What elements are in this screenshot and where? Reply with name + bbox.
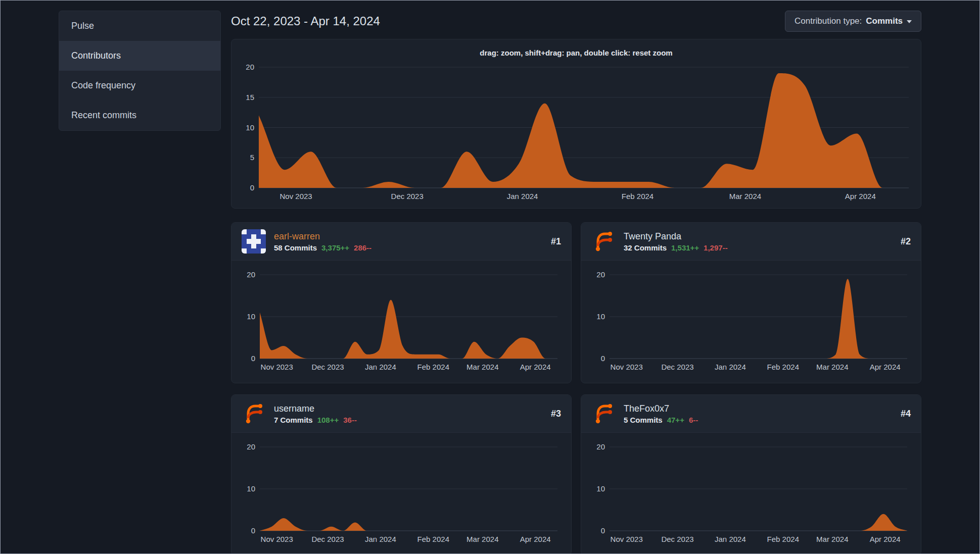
contributor-stats: 32 Commits 1,531++ 1,297--	[624, 243, 728, 252]
svg-text:Mar 2024: Mar 2024	[816, 535, 848, 543]
sidebar-item-code-frequency[interactable]: Code frequency	[59, 71, 220, 100]
svg-text:Jan 2024: Jan 2024	[715, 363, 746, 371]
svg-text:20: 20	[246, 63, 254, 71]
svg-text:10: 10	[247, 484, 255, 493]
svg-text:Nov 2023: Nov 2023	[611, 363, 643, 371]
deletions-count: 1,297--	[704, 243, 728, 252]
sidebar: Pulse Contributors Code frequency Recent…	[59, 11, 221, 553]
contributor-avatar[interactable]	[591, 401, 616, 426]
contributor-chart[interactable]: 01020Nov 2023Dec 2023Jan 2024Feb 2024Mar…	[581, 261, 921, 381]
svg-text:Nov 2023: Nov 2023	[261, 535, 293, 543]
additions-count: 1,531++	[671, 243, 699, 252]
svg-text:0: 0	[251, 526, 255, 535]
contributor-meta: TheFox0x7 5 Commits 47++ 6--	[624, 404, 698, 424]
svg-text:Apr 2024: Apr 2024	[520, 535, 551, 543]
svg-text:20: 20	[596, 270, 605, 279]
sidebar-item-recent-commits[interactable]: Recent commits	[59, 100, 220, 130]
svg-text:10: 10	[596, 484, 605, 493]
svg-text:20: 20	[247, 270, 255, 279]
contributor-chart[interactable]: 01020Nov 2023Dec 2023Jan 2024Feb 2024Mar…	[231, 433, 571, 553]
deletions-count: 36--	[343, 416, 357, 424]
contributor-cards: earl-warren 58 Commits 3,375++ 286-- #1 …	[231, 222, 921, 554]
svg-text:20: 20	[596, 442, 605, 451]
commit-count: 32 Commits	[624, 243, 667, 252]
svg-text:Apr 2024: Apr 2024	[870, 535, 901, 543]
svg-text:Feb 2024: Feb 2024	[417, 363, 449, 371]
forgejo-logo-icon	[591, 401, 616, 426]
contributor-name[interactable]: TheFox0x7	[624, 404, 698, 414]
svg-text:0: 0	[251, 354, 255, 363]
activity-page: Pulse Contributors Code frequency Recent…	[0, 0, 980, 554]
svg-text:Feb 2024: Feb 2024	[417, 535, 449, 543]
commit-count: 5 Commits	[624, 416, 663, 424]
contributor-chart[interactable]: 01020Nov 2023Dec 2023Jan 2024Feb 2024Mar…	[231, 261, 571, 381]
contributor-card: username 7 Commits 108++ 36-- #3 01020No…	[231, 394, 572, 554]
identicon-avatar-image	[242, 229, 266, 254]
date-range: Oct 22, 2023 - Apr 14, 2024	[231, 14, 380, 28]
svg-text:Apr 2024: Apr 2024	[520, 363, 551, 371]
sidebar-item-contributors[interactable]: Contributors	[59, 41, 220, 71]
contributor-meta: earl-warren 58 Commits 3,375++ 286--	[274, 231, 371, 252]
svg-text:Mar 2024: Mar 2024	[466, 363, 498, 371]
contributor-chart[interactable]: 01020Nov 2023Dec 2023Jan 2024Feb 2024Mar…	[581, 433, 921, 553]
svg-text:Nov 2023: Nov 2023	[261, 363, 293, 371]
svg-text:0: 0	[601, 526, 605, 535]
additions-count: 3,375++	[321, 243, 349, 252]
svg-text:5: 5	[250, 153, 254, 162]
contributor-avatar[interactable]	[242, 229, 266, 254]
contributor-card: Twenty Panda 32 Commits 1,531++ 1,297-- …	[581, 222, 921, 383]
svg-text:10: 10	[247, 312, 255, 321]
commit-count: 58 Commits	[274, 243, 317, 252]
svg-text:Mar 2024: Mar 2024	[816, 363, 848, 371]
svg-text:Mar 2024: Mar 2024	[729, 192, 761, 200]
forgejo-logo-icon	[591, 229, 616, 254]
overall-activity-chart[interactable]: 05101520Nov 2023Dec 2023Jan 2024Feb 2024…	[239, 59, 914, 203]
chart-zoom-hint: drag: zoom, shift+drag: pan, double clic…	[239, 48, 914, 57]
contributor-avatar[interactable]	[242, 401, 266, 426]
svg-text:0: 0	[250, 183, 254, 192]
contribution-type-dropdown[interactable]: Contribution type: Commits	[785, 11, 921, 32]
sidebar-item-label: Recent commits	[71, 110, 136, 121]
svg-text:Jan 2024: Jan 2024	[507, 192, 538, 200]
svg-text:Dec 2023: Dec 2023	[311, 363, 344, 371]
activity-menu: Pulse Contributors Code frequency Recent…	[59, 11, 221, 131]
contributor-name[interactable]: Twenty Panda	[624, 231, 728, 242]
svg-text:Jan 2024: Jan 2024	[715, 535, 746, 543]
svg-text:Dec 2023: Dec 2023	[661, 363, 693, 371]
sidebar-item-label: Pulse	[71, 21, 94, 31]
contributor-card-header: TheFox0x7 5 Commits 47++ 6-- #4	[581, 395, 921, 433]
contributor-rank: #2	[901, 236, 911, 247]
contributor-rank: #1	[551, 236, 561, 247]
deletions-count: 286--	[354, 243, 371, 252]
commit-count: 7 Commits	[274, 416, 313, 424]
main-content: Oct 22, 2023 - Apr 14, 2024 Contribution…	[231, 11, 921, 553]
sidebar-item-label: Code frequency	[71, 80, 135, 91]
svg-text:Feb 2024: Feb 2024	[767, 535, 799, 543]
svg-text:0: 0	[601, 354, 605, 363]
contributor-meta: username 7 Commits 108++ 36--	[274, 404, 357, 424]
svg-text:Jan 2024: Jan 2024	[365, 535, 396, 543]
svg-text:Dec 2023: Dec 2023	[661, 535, 693, 543]
svg-text:15: 15	[246, 93, 254, 102]
contributor-card-header: Twenty Panda 32 Commits 1,531++ 1,297-- …	[581, 223, 921, 261]
contributor-stats: 7 Commits 108++ 36--	[274, 416, 357, 424]
additions-count: 47++	[667, 416, 684, 424]
topbar: Oct 22, 2023 - Apr 14, 2024 Contribution…	[231, 11, 921, 32]
contributor-card: TheFox0x7 5 Commits 47++ 6-- #4 01020Nov…	[581, 394, 921, 554]
contributor-rank: #4	[901, 409, 911, 419]
contributor-stats: 5 Commits 47++ 6--	[624, 416, 698, 424]
deletions-count: 6--	[689, 416, 698, 424]
svg-text:10: 10	[246, 123, 254, 132]
contributor-name[interactable]: username	[274, 404, 357, 414]
svg-text:Mar 2024: Mar 2024	[466, 535, 498, 543]
svg-text:10: 10	[596, 312, 605, 321]
sidebar-item-pulse[interactable]: Pulse	[59, 11, 220, 41]
contributor-card-header: earl-warren 58 Commits 3,375++ 286-- #1	[231, 223, 571, 261]
overall-activity-panel: drag: zoom, shift+drag: pan, double clic…	[231, 39, 921, 209]
svg-text:Apr 2024: Apr 2024	[845, 192, 876, 200]
svg-text:Dec 2023: Dec 2023	[391, 192, 424, 200]
contributor-avatar[interactable]	[591, 229, 616, 254]
contribution-type-label: Contribution type:	[795, 16, 862, 26]
contributor-name[interactable]: earl-warren	[274, 231, 371, 242]
svg-text:Feb 2024: Feb 2024	[767, 363, 799, 371]
